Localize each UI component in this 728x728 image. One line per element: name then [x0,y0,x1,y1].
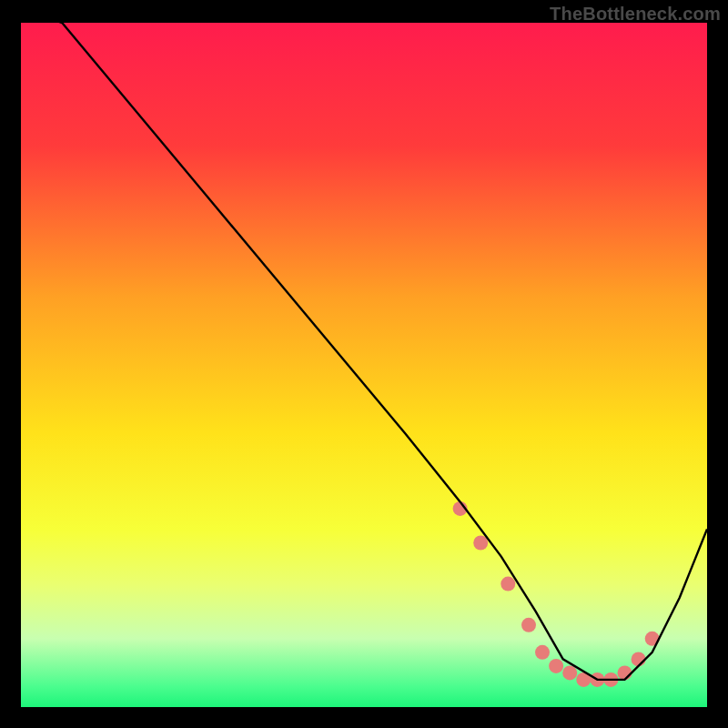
data-marker [549,659,563,673]
data-marker [632,652,646,666]
gradient-background [21,23,707,707]
watermark-text: TheBottleneck.com [550,4,721,25]
data-marker [521,618,536,632]
chart-plot-area [21,23,707,707]
data-marker [535,645,550,660]
data-marker [618,665,632,680]
chart-frame: TheBottleneck.com [0,0,728,728]
data-marker [562,665,577,680]
chart-svg [21,23,707,707]
data-marker [500,577,515,592]
